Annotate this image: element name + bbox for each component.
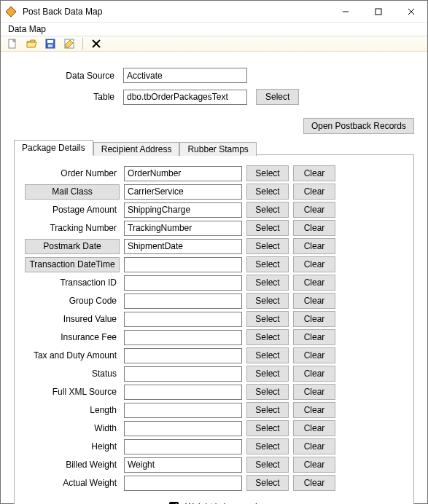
field-value-input[interactable] xyxy=(124,457,242,473)
table-select-button[interactable]: Select xyxy=(256,89,299,105)
top-fields: Data Source Table Select xyxy=(14,68,414,111)
field-select-button[interactable]: Select xyxy=(246,184,289,200)
field-value-input[interactable] xyxy=(124,366,242,382)
field-label: Height xyxy=(25,441,120,452)
field-value-input[interactable] xyxy=(124,476,242,491)
field-label: Tax and Duty Amount xyxy=(25,350,120,361)
field-label-button[interactable]: Transaction DateTime xyxy=(25,257,120,272)
field-value-input[interactable] xyxy=(124,421,242,436)
field-value-input[interactable] xyxy=(124,330,242,345)
field-value-input[interactable] xyxy=(124,184,242,200)
toolbar-separator xyxy=(82,38,83,50)
menu-data-map[interactable]: Data Map xyxy=(4,23,50,36)
save-disk-icon[interactable] xyxy=(43,36,58,51)
field-label-button[interactable]: Postmark Date xyxy=(25,239,120,254)
field-clear-button[interactable]: Clear xyxy=(293,402,335,418)
tab-panel-package-details: Order NumberSelectClearMail ClassSelectC… xyxy=(14,154,414,504)
open-folder-icon[interactable] xyxy=(24,36,39,51)
field-select-button[interactable]: Select xyxy=(246,329,289,345)
field-clear-button[interactable]: Clear xyxy=(293,366,335,382)
field-clear-button[interactable]: Clear xyxy=(293,256,335,272)
field-label: Actual Weight xyxy=(25,478,120,488)
field-select-button[interactable]: Select xyxy=(246,347,289,363)
field-select-button[interactable]: Select xyxy=(246,420,289,436)
field-label: Postage Amount xyxy=(25,205,120,215)
field-clear-button[interactable]: Clear xyxy=(293,184,335,200)
field-clear-button[interactable]: Clear xyxy=(293,165,335,181)
field-select-button[interactable]: Select xyxy=(246,238,289,254)
field-clear-button[interactable]: Clear xyxy=(293,347,335,363)
table-input[interactable] xyxy=(123,90,247,105)
field-label: Tracking Number xyxy=(25,223,120,233)
delete-x-icon[interactable] xyxy=(89,36,104,51)
field-clear-button[interactable]: Clear xyxy=(293,275,335,291)
field-clear-button[interactable]: Clear xyxy=(293,420,335,436)
field-label: Insured Value xyxy=(25,314,120,324)
new-file-icon[interactable] xyxy=(5,36,20,51)
field-clear-button[interactable]: Clear xyxy=(293,457,335,473)
window-title: Post Back Data Map xyxy=(21,7,329,17)
tab-strip: Package Details Recipient Address Rubber… xyxy=(14,138,414,154)
field-clear-button[interactable]: Clear xyxy=(293,202,335,218)
field-select-button[interactable]: Select xyxy=(246,384,289,400)
field-select-button[interactable]: Select xyxy=(246,438,289,454)
field-select-button[interactable]: Select xyxy=(246,275,289,291)
field-value-input[interactable] xyxy=(124,348,242,363)
tab-package-details[interactable]: Package Details xyxy=(14,140,93,155)
field-label: Width xyxy=(25,423,120,433)
field-value-input[interactable] xyxy=(124,312,242,327)
title-bar: Post Back Data Map xyxy=(1,1,427,23)
field-clear-button[interactable]: Clear xyxy=(293,293,335,309)
field-select-button[interactable]: Select xyxy=(246,202,289,218)
field-select-button[interactable]: Select xyxy=(246,220,289,236)
field-value-input[interactable] xyxy=(124,385,242,400)
saveas-icon[interactable] xyxy=(62,36,77,51)
data-source-input[interactable] xyxy=(123,68,247,83)
field-value-input[interactable] xyxy=(124,257,242,272)
menu-bar: Data Map xyxy=(1,23,427,36)
content-area: Data Source Table Select Open Postback R… xyxy=(1,52,427,504)
field-grid: Order NumberSelectClearMail ClassSelectC… xyxy=(25,165,403,491)
tab-recipient-address[interactable]: Recipient Address xyxy=(93,142,180,156)
field-label: Group Code xyxy=(25,296,120,306)
field-label-button[interactable]: Mail Class xyxy=(25,184,120,200)
field-select-button[interactable]: Select xyxy=(246,165,289,181)
field-clear-button[interactable]: Clear xyxy=(293,238,335,254)
open-postback-records-button[interactable]: Open Postback Records xyxy=(303,118,414,134)
field-label: Full XML Source xyxy=(25,387,120,397)
field-clear-button[interactable]: Clear xyxy=(293,220,335,236)
weight-pounds-label[interactable]: Weight is in pounds xyxy=(185,502,262,505)
field-clear-button[interactable]: Clear xyxy=(293,311,335,327)
field-label: Transaction ID xyxy=(25,277,120,288)
field-clear-button[interactable]: Clear xyxy=(293,438,335,454)
minimize-button[interactable] xyxy=(329,1,362,23)
field-value-input[interactable] xyxy=(124,294,242,309)
svg-rect-2 xyxy=(376,9,381,15)
field-value-input[interactable] xyxy=(124,275,242,291)
field-value-input[interactable] xyxy=(124,439,242,454)
field-value-input[interactable] xyxy=(124,202,242,218)
field-select-button[interactable]: Select xyxy=(246,256,289,272)
svg-rect-8 xyxy=(47,40,53,43)
svg-marker-0 xyxy=(6,7,16,17)
field-value-input[interactable] xyxy=(124,221,242,236)
field-clear-button[interactable]: Clear xyxy=(293,475,335,491)
field-label: Status xyxy=(25,369,120,379)
field-select-button[interactable]: Select xyxy=(246,366,289,382)
tab-rubber-stamps[interactable]: Rubber Stamps xyxy=(179,142,256,156)
field-clear-button[interactable]: Clear xyxy=(293,384,335,400)
field-value-input[interactable] xyxy=(124,239,242,254)
field-select-button[interactable]: Select xyxy=(246,311,289,327)
close-button[interactable] xyxy=(394,1,427,23)
toolbar xyxy=(1,36,427,52)
field-value-input[interactable] xyxy=(124,403,242,418)
data-source-label: Data Source xyxy=(14,71,123,81)
field-value-input[interactable] xyxy=(124,166,242,181)
field-select-button[interactable]: Select xyxy=(246,293,289,309)
window-frame: Post Back Data Map Data Map xyxy=(0,0,428,504)
field-clear-button[interactable]: Clear xyxy=(293,329,335,345)
maximize-button[interactable] xyxy=(362,1,394,23)
field-select-button[interactable]: Select xyxy=(246,402,289,418)
field-select-button[interactable]: Select xyxy=(246,475,289,491)
field-select-button[interactable]: Select xyxy=(246,457,289,473)
